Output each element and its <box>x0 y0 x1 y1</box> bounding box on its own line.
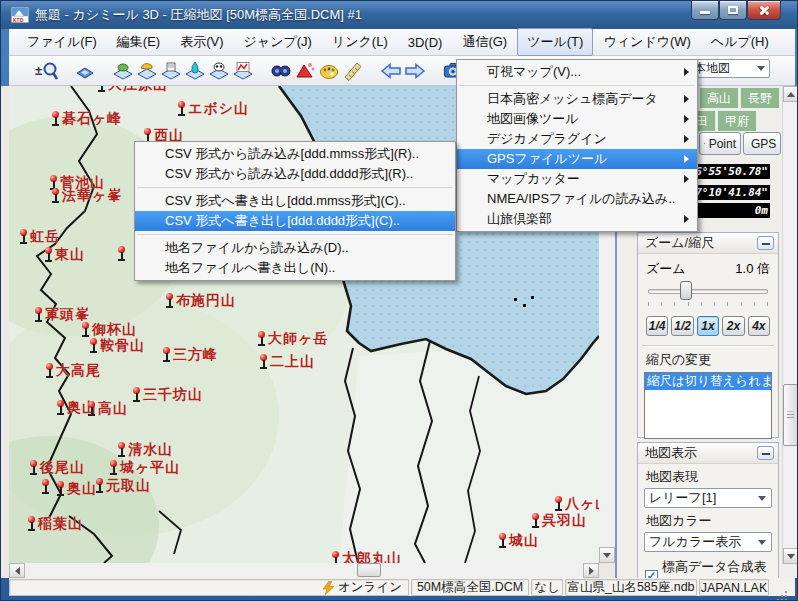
scale-half-button[interactable]: 1/2 <box>671 316 693 336</box>
menu-item-csv-read-mmss[interactable]: CSV 形式から読み込み[ddd.mmss形式](R).. <box>135 144 455 164</box>
menu-link[interactable]: リンク(L) <box>322 28 398 56</box>
panel-collapse-button[interactable] <box>757 236 774 250</box>
map-pin[interactable] <box>117 246 128 262</box>
scale-2x-button[interactable]: 2x <box>722 316 744 336</box>
map-pin[interactable]: 東山 <box>44 247 85 263</box>
map-pin[interactable]: 稲葉山 <box>27 516 83 532</box>
map-pin[interactable] <box>41 479 52 495</box>
scroll-right-button[interactable] <box>583 563 599 578</box>
scroll-down-button[interactable] <box>783 548 798 564</box>
menu-item-map-image-tools[interactable]: 地図画像ツール <box>457 109 697 129</box>
scale-1x-button[interactable]: 1x <box>697 316 719 336</box>
menu-item-visible-map[interactable]: 可視マップ(V)... <box>457 62 697 82</box>
map-pin[interactable]: 呉羽山 <box>531 513 587 529</box>
scale-4x-button[interactable]: 4x <box>748 316 770 336</box>
menu-file[interactable]: ファイル(F) <box>17 28 107 56</box>
map-water-icon[interactable] <box>183 58 207 84</box>
titlebar[interactable]: KTD 無題 - カシミール 3D - 圧縮地図 [50M標高全国.DCM] #… <box>1 1 798 29</box>
scale-list-selected[interactable]: 縮尺は切り替えられませ <box>645 373 771 390</box>
menu-item-csv-write-dddd[interactable]: CSV 形式へ書き出し[ddd.dddd形式](C).. <box>135 211 455 231</box>
map-pin[interactable]: 八ヶ山 <box>554 496 599 512</box>
region-cell[interactable]: 甲府 <box>717 110 757 132</box>
close-button[interactable] <box>747 1 781 20</box>
ruler-icon[interactable] <box>341 58 365 84</box>
map-selector-dropdown[interactable]: 本地図 <box>689 59 770 78</box>
menu-item-csv-read-dddd[interactable]: CSV 形式から読み込み[ddd.dddd形式](R).. <box>135 164 455 184</box>
map-new-icon[interactable] <box>111 58 135 84</box>
menu-item-yamatabi-club[interactable]: 山旅倶楽部 <box>457 209 697 229</box>
map-pin[interactable]: 後尾山 <box>29 460 85 476</box>
menu-window[interactable]: ウィンドウ(W) <box>593 28 700 56</box>
menu-edit[interactable]: 編集(E) <box>107 28 170 56</box>
menu-item-placename-read[interactable]: 地名ファイルから読み込み(D).. <box>135 238 455 258</box>
map-card-icon[interactable] <box>159 58 183 84</box>
menu-help[interactable]: ヘルプ(H) <box>701 28 779 56</box>
map-pin[interactable]: 鞍骨山 <box>89 338 145 354</box>
menu-item-csv-write-mmss[interactable]: CSV 形式へ書き出し[ddd.mmss形式](C).. <box>135 191 455 211</box>
palette-icon[interactable] <box>317 58 341 84</box>
scroll-down-button[interactable] <box>599 547 615 563</box>
back-arrow-icon[interactable] <box>379 58 403 84</box>
map-profile-icon[interactable] <box>231 58 255 84</box>
map-pin[interactable]: 碁石ヶ峰 <box>51 111 122 127</box>
menu-item-placename-write[interactable]: 地名ファイルへ書き出し(N).. <box>135 258 455 278</box>
point-button[interactable]: Point <box>699 132 741 155</box>
panel-vscroll-thumb[interactable] <box>783 384 798 446</box>
zoom-tool-icon[interactable]: ± <box>35 58 59 84</box>
menu-item-nmea-ips-load[interactable]: NMEA/IPSファイルの読み込み.. <box>457 189 697 209</box>
map-pin[interactable]: 元取山 <box>95 478 151 494</box>
map-pin[interactable]: 法華ヶ峯 <box>51 188 122 204</box>
panel-collapse-button[interactable] <box>757 446 774 460</box>
map-pin[interactable]: 清水山 <box>117 442 173 458</box>
region-cell[interactable]: 長野 <box>740 87 780 109</box>
menu-item-digicam-plugin[interactable]: デジカメプラグイン <box>457 129 697 149</box>
binoculars-icon[interactable] <box>269 58 293 84</box>
menu-item-map-cutter[interactable]: マップカッター <box>457 169 697 189</box>
scale-quarter-button[interactable]: 1/4 <box>646 316 668 336</box>
minimize-button[interactable] <box>691 1 719 20</box>
scroll-up-button[interactable] <box>783 86 798 102</box>
menu-3d[interactable]: 3D(D) <box>398 30 453 55</box>
map-pin[interactable]: 城山 <box>498 533 539 549</box>
map-hscroll-thumb[interactable] <box>357 563 381 577</box>
gps-button[interactable]: GPS <box>743 132 781 155</box>
map-pin[interactable]: 軍頭峯 <box>34 307 90 323</box>
menu-item-mesh-elevation[interactable]: 日本高密メッシュ標高データ <box>457 89 697 109</box>
map-pin[interactable]: 大高尾 <box>45 363 101 379</box>
map-color-dropdown[interactable]: フルカラー表示 <box>644 532 772 552</box>
map-style-dropdown[interactable]: レリーフ[1] <box>644 488 772 508</box>
panel-vertical-scrollbar[interactable] <box>782 86 798 564</box>
map-pin[interactable]: 御杯山 <box>81 322 137 338</box>
zoom-slider-thumb[interactable] <box>680 281 692 300</box>
zoom-slider[interactable] <box>648 280 768 302</box>
map-pin[interactable]: 城ヶ平山 <box>109 460 180 476</box>
map-pin[interactable]: エボシ山 <box>177 101 249 117</box>
map-pin[interactable]: 三千坊山 <box>132 387 203 403</box>
menu-communication[interactable]: 通信(G) <box>452 28 517 56</box>
map-pin[interactable]: 高山 <box>87 401 128 417</box>
send-map-icon[interactable] <box>73 58 97 84</box>
map-pin[interactable]: 三方峰 <box>162 347 218 363</box>
map-pin[interactable]: 太郎丸山 <box>331 551 402 563</box>
menu-tools[interactable]: ツール(T) <box>517 28 593 56</box>
map-pin[interactable]: 布施円山 <box>165 293 236 309</box>
map-pin[interactable]: 大師ヶ岳 <box>257 331 328 347</box>
maximize-button[interactable] <box>719 1 747 20</box>
menu-item-gps-file-tools[interactable]: GPSファイルツール <box>457 149 697 169</box>
map-pin[interactable]: 奥山 <box>56 481 97 497</box>
zoom-label: ズーム <box>646 260 686 278</box>
scale-listbox[interactable]: 縮尺は切り替えられませ <box>644 372 772 439</box>
map-horizontal-scrollbar[interactable] <box>9 563 599 578</box>
menu-view[interactable]: 表示(V) <box>170 28 233 56</box>
menu-jump[interactable]: ジャンプ(J) <box>234 28 322 56</box>
map-pin[interactable]: 虹岳 <box>19 229 60 245</box>
map-pin[interactable]: 大江原山 <box>97 86 168 93</box>
region-cell[interactable]: 高山 <box>699 87 739 109</box>
resize-grip[interactable] <box>773 579 789 595</box>
forward-arrow-icon[interactable] <box>403 58 427 84</box>
paint-mountain-icon[interactable] <box>293 58 317 84</box>
map-pin[interactable]: 二上山 <box>259 354 315 370</box>
map-photo-icon[interactable] <box>207 58 231 84</box>
scroll-left-button[interactable] <box>9 563 25 578</box>
map-open-icon[interactable] <box>135 58 159 84</box>
